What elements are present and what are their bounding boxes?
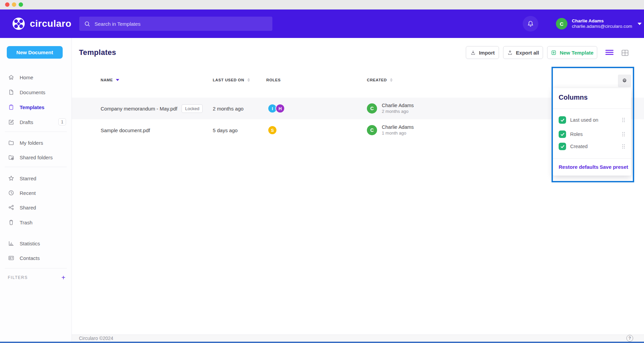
statistics-icon	[8, 240, 15, 247]
column-option-label: Created	[570, 144, 588, 149]
locked-badge: Locked	[182, 104, 203, 113]
gear-icon	[621, 78, 628, 84]
clock-icon	[8, 189, 15, 196]
last-used-value: 5 days ago	[213, 119, 237, 141]
sidebar-item-label: Statistics	[20, 241, 40, 246]
drafts-count-badge: 1	[58, 118, 66, 125]
check-icon	[560, 144, 565, 149]
restore-defaults-link[interactable]: Restore defaults	[559, 164, 599, 170]
minimize-window-button[interactable]	[12, 2, 16, 7]
column-option-created: Created	[559, 142, 625, 150]
sidebar-item-label: Home	[20, 75, 33, 80]
bell-icon	[527, 20, 534, 27]
sidebar-divider	[5, 268, 67, 268]
sidebar-item-label: My folders	[20, 140, 43, 146]
template-icon	[8, 104, 15, 110]
sidebar-item-shared[interactable]: Shared	[0, 201, 71, 214]
list-view-toggle[interactable]	[604, 48, 615, 58]
columns-popover: Columns Last used on Roles	[553, 88, 631, 176]
contacts-icon	[8, 255, 15, 261]
column-header-label: CREATED	[367, 78, 387, 82]
new-template-label: New Template	[560, 50, 594, 56]
column-header-label: ROLES	[266, 78, 281, 82]
list-view-icon	[605, 49, 614, 57]
created-when: 2 months ago	[382, 108, 414, 114]
column-header-label: LAST USED ON	[213, 78, 244, 82]
search-bar[interactable]	[79, 17, 272, 31]
close-window-button[interactable]	[5, 2, 9, 7]
new-document-button[interactable]: New Document	[7, 46, 63, 59]
import-button[interactable]: Import	[466, 46, 499, 59]
drag-handle-icon	[622, 144, 625, 149]
grid-view-icon	[621, 49, 629, 57]
role-avatar[interactable]: H	[275, 104, 285, 113]
sidebar-item-label: Starred	[20, 176, 36, 181]
chevron-down-icon	[638, 23, 642, 25]
export-icon	[507, 50, 513, 56]
column-settings-button[interactable]	[618, 75, 631, 87]
sidebar-item-templates[interactable]: Templates	[0, 101, 71, 113]
sidebar-item-my-folders[interactable]: My folders	[0, 137, 71, 149]
check-icon	[560, 132, 565, 137]
sort-desc-icon	[116, 79, 119, 81]
drag-handle[interactable]	[622, 132, 625, 137]
role-avatar[interactable]: S	[268, 125, 277, 135]
column-header-roles: ROLES	[266, 78, 281, 82]
save-preset-link[interactable]: Save preset	[600, 164, 628, 170]
sidebar-item-starred[interactable]: Starred	[0, 172, 71, 184]
sidebar-item-recent[interactable]: Recent	[0, 187, 71, 199]
sidebar-item-label: Recent	[20, 190, 36, 196]
add-filter-button[interactable]: +	[61, 274, 65, 281]
import-label: Import	[479, 50, 495, 56]
column-header-name[interactable]: NAME	[101, 78, 119, 82]
import-icon	[470, 50, 476, 56]
home-icon	[8, 74, 15, 81]
sidebar-item-trash[interactable]: Trash	[0, 216, 71, 228]
checkbox-checked[interactable]	[559, 130, 566, 138]
page-title: Templates	[79, 48, 116, 57]
column-header-label: NAME	[101, 78, 113, 82]
sidebar-item-home[interactable]: Home	[0, 71, 71, 83]
user-name: Charlie Adams	[572, 18, 632, 24]
sidebar-item-shared-folders[interactable]: Shared folders	[0, 151, 71, 163]
drag-handle[interactable]	[622, 117, 625, 123]
search-icon	[84, 21, 90, 27]
column-header-last-used[interactable]: LAST USED ON	[213, 78, 250, 82]
sidebar-item-statistics[interactable]: Statistics	[0, 237, 71, 249]
template-name: Company memorandum - May.pdf	[101, 106, 177, 112]
checkbox-checked[interactable]	[559, 116, 566, 124]
user-menu[interactable]: C Charlie Adams charlie.adams@circularo.…	[556, 17, 642, 31]
plus-square-icon	[551, 50, 557, 56]
new-template-button[interactable]: New Template	[547, 46, 597, 59]
sidebar-item-documents[interactable]: Documents	[0, 86, 71, 98]
export-all-label: Export all	[516, 50, 539, 56]
zoom-window-button[interactable]	[19, 2, 23, 7]
sidebar-item-drafts[interactable]: Drafts 1	[0, 116, 71, 128]
help-button[interactable]: ?	[626, 335, 633, 342]
star-icon	[8, 175, 15, 182]
creator-avatar: C	[367, 103, 377, 114]
grid-view-toggle[interactable]	[620, 48, 630, 58]
sidebar-item-label: Shared	[20, 205, 36, 210]
check-icon	[560, 118, 565, 122]
last-used-value: 2 months ago	[213, 98, 244, 119]
window-titlebar	[0, 0, 644, 9]
search-input[interactable]	[95, 21, 268, 27]
document-icon	[8, 89, 15, 96]
column-option-last-used-on: Last used on	[559, 116, 625, 124]
column-option-roles: Roles	[559, 130, 625, 138]
folder-icon	[8, 139, 15, 146]
template-name: Sample document.pdf	[101, 127, 150, 133]
export-all-button[interactable]: Export all	[503, 46, 543, 59]
sidebar-item-label: Documents	[20, 89, 45, 95]
sort-icon	[390, 78, 393, 82]
user-avatar: C	[556, 18, 567, 29]
creator-name: Charlie Adams	[382, 103, 414, 108]
drag-handle[interactable]	[622, 144, 625, 149]
sidebar-item-label: Contacts	[20, 255, 40, 261]
notifications-button[interactable]	[523, 16, 538, 32]
column-header-created[interactable]: CREATED	[367, 78, 393, 82]
sidebar-item-contacts[interactable]: Contacts	[0, 252, 71, 264]
column-option-label: Last used on	[570, 117, 598, 123]
checkbox-checked[interactable]	[559, 143, 566, 150]
